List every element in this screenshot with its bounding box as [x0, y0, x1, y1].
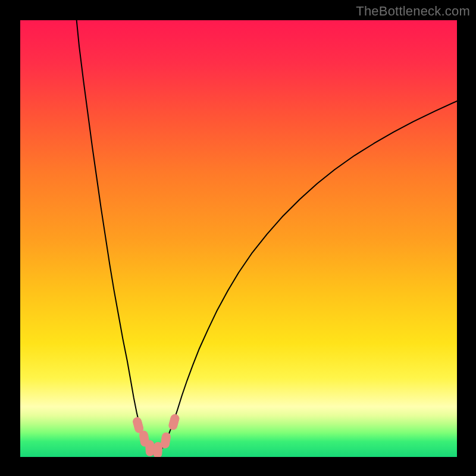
- watermark-text: TheBottleneck.com: [356, 4, 470, 19]
- gradient-background: [20, 20, 457, 457]
- bottleneck-chart: [20, 20, 457, 457]
- chart-stage: TheBottleneck.com: [0, 0, 476, 476]
- curve-marker-2: [145, 440, 154, 456]
